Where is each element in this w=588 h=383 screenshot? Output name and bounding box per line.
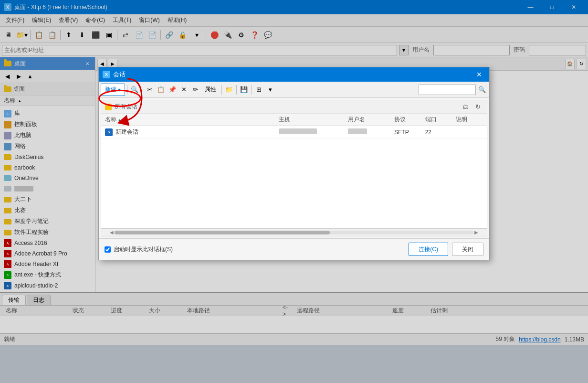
- connect-button[interactable]: 连接(C): [409, 243, 448, 256]
- folder-header-actions: 🗂 ↻: [460, 102, 483, 112]
- dlg-sep-1: [127, 85, 127, 95]
- dialog-tool-save[interactable]: 💾: [239, 84, 249, 96]
- dialog-folder-header: 所有会话 🗂 ↻: [101, 100, 487, 114]
- folder-action-icon1[interactable]: 🗂: [460, 102, 471, 112]
- dialog-close-btn[interactable]: ✕: [473, 68, 485, 81]
- dialog-overlay: X 会话 ✕ 新建 ▾ 🔍 ✂ 📋 📌 ✕ ✏ 属性 📁 💾: [0, 0, 588, 383]
- col-desc[interactable]: 说明: [452, 114, 487, 126]
- dialog-new-btn[interactable]: 新建 ▾: [101, 84, 125, 96]
- dialog-footer: 启动时显示此对话框(S) 连接(C) 关闭: [99, 238, 489, 260]
- session-icon: S: [105, 128, 113, 136]
- dialog-close-footer-btn[interactable]: 关闭: [452, 243, 483, 256]
- row-desc: [452, 126, 487, 138]
- footer-buttons: 连接(C) 关闭: [409, 243, 483, 256]
- row-name: S 新建会话: [101, 126, 275, 138]
- dialog-search-area: 🔍: [419, 84, 487, 96]
- dialog-body: 所有会话 🗂 ↻ 名称 主机 用户名 协议 端口: [101, 100, 487, 236]
- new-btn-label: 新建: [105, 85, 116, 94]
- dialog-search-btn[interactable]: 🔍: [477, 84, 487, 96]
- dlg-sep-2: [142, 85, 142, 95]
- table-head: 名称 主机 用户名 协议 端口 说明: [101, 114, 487, 126]
- dialog-tool-folder[interactable]: 📁: [224, 84, 234, 96]
- table-body: S 新建会话 SFTP 22: [101, 126, 487, 138]
- dialog-tool-delete[interactable]: ✕: [178, 84, 189, 96]
- scroll-right-btn[interactable]: ▶: [473, 230, 479, 235]
- dialog-icon: X: [103, 71, 110, 78]
- dialog-tool-grid[interactable]: ⊞: [253, 84, 264, 96]
- dialog-scrollbar[interactable]: ◀ ▶: [101, 228, 487, 236]
- dialog-tool-rename[interactable]: ✏: [190, 84, 200, 96]
- folder-name: 所有会话: [115, 103, 137, 111]
- row-username: [344, 126, 390, 138]
- dialog-toolbar: 新建 ▾ 🔍 ✂ 📋 📌 ✕ ✏ 属性 📁 💾 ⊞ ▾ 🔍: [99, 82, 489, 98]
- dialog-table-container: 名称 主机 用户名 协议 端口 说明 S: [101, 114, 487, 228]
- dialog-titlebar: X 会话 ✕: [99, 67, 489, 82]
- scrollbar-thumb[interactable]: [115, 231, 330, 234]
- col-name[interactable]: 名称: [101, 114, 275, 126]
- col-port[interactable]: 端口: [421, 114, 452, 126]
- properties-btn-label: 属性: [205, 85, 216, 94]
- scroll-left-btn[interactable]: ◀: [109, 230, 115, 235]
- scrollbar-track[interactable]: [115, 231, 473, 234]
- startup-checkbox-label[interactable]: 启动时显示此对话框(S): [105, 245, 173, 254]
- startup-label: 启动时显示此对话框(S): [114, 245, 173, 254]
- dialog-tool-grid-dropdown[interactable]: ▾: [265, 84, 275, 96]
- sessions-table: 名称 主机 用户名 协议 端口 说明 S: [101, 114, 487, 138]
- session-dialog: X 会话 ✕ 新建 ▾ 🔍 ✂ 📋 📌 ✕ ✏ 属性 📁 💾: [98, 67, 490, 260]
- dialog-search-input[interactable]: [419, 85, 476, 95]
- row-protocol: SFTP: [390, 126, 421, 138]
- username-masked: [348, 128, 367, 134]
- row-port: 22: [421, 126, 452, 138]
- dialog-properties-btn[interactable]: 属性: [201, 84, 220, 96]
- host-masked: [279, 128, 317, 134]
- dlg-sep-5: [251, 85, 252, 95]
- col-host[interactable]: 主机: [275, 114, 344, 126]
- new-btn-arrow: ▾: [118, 86, 121, 93]
- dialog-tool-copy[interactable]: 📋: [156, 84, 166, 96]
- dlg-sep-3: [221, 85, 222, 95]
- dialog-tool-search[interactable]: 🔍: [129, 84, 140, 96]
- folder-header-icon: [105, 104, 112, 110]
- col-protocol[interactable]: 协议: [390, 114, 421, 126]
- startup-checkbox[interactable]: [105, 246, 111, 253]
- folder-action-refresh[interactable]: ↻: [472, 102, 483, 112]
- table-row[interactable]: S 新建会话 SFTP 22: [101, 126, 487, 138]
- dialog-title: 会话: [113, 70, 126, 79]
- col-username[interactable]: 用户名: [344, 114, 390, 126]
- dlg-sep-4: [236, 85, 237, 95]
- dialog-tool-paste[interactable]: 📌: [167, 84, 178, 96]
- dialog-tool-cut[interactable]: ✂: [144, 84, 155, 96]
- folder-header-left: 所有会话: [105, 103, 137, 111]
- table-header-row: 名称 主机 用户名 协议 端口 说明: [101, 114, 487, 126]
- row-host: [275, 126, 344, 138]
